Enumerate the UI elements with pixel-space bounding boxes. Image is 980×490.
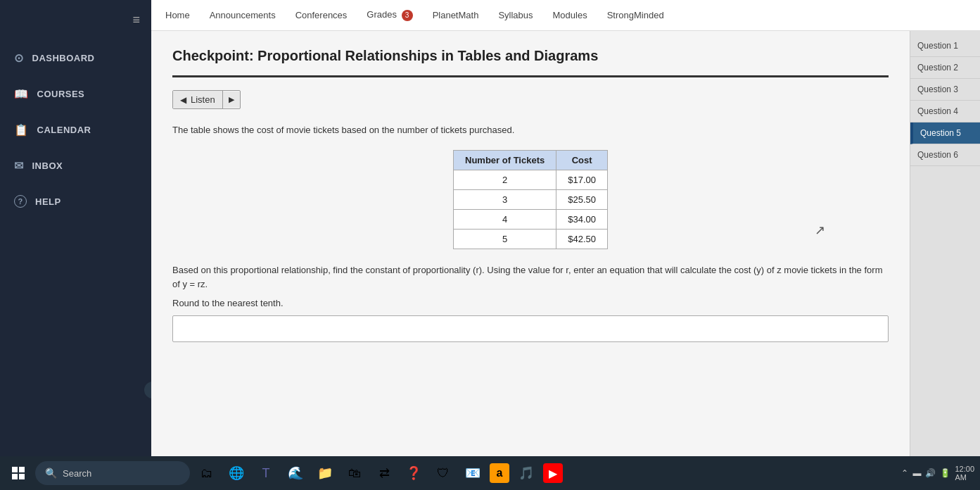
table-row: 4$34.00 — [454, 209, 608, 229]
page-content: Checkpoint: Proportional Relationships i… — [151, 31, 980, 456]
help-icon: ? — [14, 195, 27, 208]
cell-tickets: 2 — [454, 170, 556, 189]
svg-rect-1 — [19, 467, 25, 472]
dashboard-icon: ⊙ — [14, 51, 24, 65]
question-item-q6[interactable]: Question 6 — [910, 144, 980, 166]
table-row: 5$42.50 — [454, 229, 608, 249]
nav-conferences[interactable]: Conferences — [295, 7, 348, 23]
sidebar-item-courses-label: COURSES — [37, 89, 85, 99]
windows-start-button[interactable] — [6, 460, 31, 486]
taskbar-migrate-icon[interactable]: ⇄ — [371, 460, 397, 486]
courses-icon: 📖 — [14, 87, 29, 101]
proportional-text: Based on this proportional relationship,… — [172, 263, 889, 293]
page-title: Checkpoint: Proportional Relationships i… — [172, 48, 889, 64]
back-icon: ◀ — [180, 95, 186, 105]
calendar-icon: 📋 — [14, 123, 29, 137]
sidebar-item-inbox[interactable]: ✉ INBOX — [0, 149, 151, 182]
question-item-q2[interactable]: Question 2 — [910, 57, 980, 79]
sidebar-item-help-label: HELP — [35, 196, 61, 207]
taskbar-files-icon[interactable]: 🗂 — [194, 460, 219, 486]
taskbar-browser1-icon[interactable]: 🌐 — [224, 460, 249, 486]
taskbar-help2-icon[interactable]: ❓ — [401, 460, 426, 486]
taskbar-folder-icon[interactable]: 📁 — [312, 460, 338, 486]
cell-tickets: 5 — [454, 229, 556, 249]
taskbar-edge-icon[interactable]: 🌊 — [283, 460, 308, 486]
table-row: 3$25.50 — [454, 189, 608, 209]
cell-cost: $25.50 — [556, 189, 608, 209]
sidebar-item-calendar[interactable]: 📋 CALENDAR — [0, 113, 151, 146]
question-item-q1[interactable]: Question 1 — [910, 35, 980, 57]
listen-button[interactable]: ◀ Listen — [173, 91, 223, 108]
sidebar-item-dashboard[interactable]: ⊙ DASHBOARD — [0, 42, 151, 75]
cell-tickets: 4 — [454, 209, 556, 229]
nav-strongminded[interactable]: StrongMinded — [607, 7, 664, 23]
cell-cost: $42.50 — [556, 229, 608, 249]
round-text: Round to the nearest tenth. — [172, 298, 889, 308]
taskbar-mail-icon[interactable]: 📧 — [460, 460, 485, 486]
tray-time: 12:00AM — [955, 465, 974, 482]
nav-grades[interactable]: Grades 3 — [367, 6, 412, 24]
taskbar-teams-icon[interactable]: T — [253, 460, 279, 486]
taskbar-music-icon[interactable]: 🎵 — [514, 460, 539, 486]
col-header-tickets: Number of Tickets — [454, 150, 556, 170]
question-item-q3[interactable]: Question 3 — [910, 79, 980, 101]
taskbar: 🔍 Search 🗂 🌐 T 🌊 📁 🛍 ⇄ ❓ 🛡 📧 a 🎵 ▶ ⌃ ▬ 🔊… — [0, 456, 980, 490]
grades-badge: 3 — [402, 10, 413, 21]
cell-cost: $17.00 — [556, 170, 608, 189]
svg-rect-3 — [19, 474, 25, 479]
top-nav: Home Announcements Conferences Grades 3 … — [151, 0, 980, 31]
taskbar-store-icon[interactable]: 🛍 — [342, 460, 367, 486]
hamburger-icon[interactable]: ≡ — [0, 7, 151, 33]
listen-bar: ◀ Listen ▶ — [172, 90, 241, 109]
svg-rect-2 — [12, 474, 18, 479]
nav-syllabus[interactable]: Syllabus — [498, 7, 533, 23]
sidebar-item-calendar-label: CALENDAR — [37, 125, 91, 135]
svg-rect-0 — [12, 467, 18, 472]
cell-tickets: 3 — [454, 189, 556, 209]
tickets-table: Number of Tickets Cost 2$17.003$25.504$3… — [453, 150, 608, 249]
nav-announcements[interactable]: Announcements — [210, 7, 276, 23]
nav-planetmath[interactable]: PlanetMath — [433, 7, 479, 23]
main-panel: Checkpoint: Proportional Relationships i… — [151, 31, 910, 456]
nav-home[interactable]: Home — [165, 7, 190, 23]
questions-panel: Question 1Question 2Question 3Question 4… — [910, 31, 980, 456]
question-text: The table shows the cost of movie ticket… — [172, 123, 889, 137]
content-area: Home Announcements Conferences Grades 3 … — [151, 0, 980, 456]
tray-battery: 🔋 — [940, 468, 950, 478]
sidebar-item-help[interactable]: ? HELP — [0, 185, 151, 218]
nav-modules[interactable]: Modules — [553, 7, 587, 23]
listen-label: Listen — [191, 94, 215, 105]
tray-network: ▬ — [912, 468, 921, 478]
taskbar-youtube-icon[interactable]: ▶ — [543, 463, 563, 483]
search-label: Search — [63, 468, 91, 479]
sidebar-item-dashboard-label: DASHBOARD — [32, 53, 95, 63]
tray-arrow[interactable]: ⌃ — [901, 468, 908, 478]
sidebar-item-inbox-label: INBOX — [32, 161, 63, 171]
taskbar-amazon-icon[interactable]: a — [490, 463, 509, 483]
table-row: 2$17.00 — [454, 170, 608, 189]
question-item-q4[interactable]: Question 4 — [910, 101, 980, 122]
cursor-indicator: ↗ — [815, 222, 825, 238]
sidebar-item-courses[interactable]: 📖 COURSES — [0, 77, 151, 111]
inbox-icon: ✉ — [14, 159, 24, 172]
main-layout: ≡ ⊙ DASHBOARD 📖 COURSES 📋 CALENDAR ✉ INB… — [0, 0, 980, 456]
play-button[interactable]: ▶ — [223, 92, 240, 108]
sidebar: ≡ ⊙ DASHBOARD 📖 COURSES 📋 CALENDAR ✉ INB… — [0, 0, 151, 456]
answer-input[interactable] — [172, 315, 889, 342]
tray-sound: 🔊 — [925, 468, 936, 478]
title-underline — [172, 75, 889, 77]
question-item-q5[interactable]: Question 5 — [910, 122, 980, 144]
taskbar-antivirus-icon[interactable]: 🛡 — [431, 460, 456, 486]
cell-cost: $34.00 — [556, 209, 608, 229]
col-header-cost: Cost — [556, 150, 608, 170]
search-icon: 🔍 — [45, 467, 57, 479]
search-bar[interactable]: 🔍 Search — [35, 461, 190, 485]
